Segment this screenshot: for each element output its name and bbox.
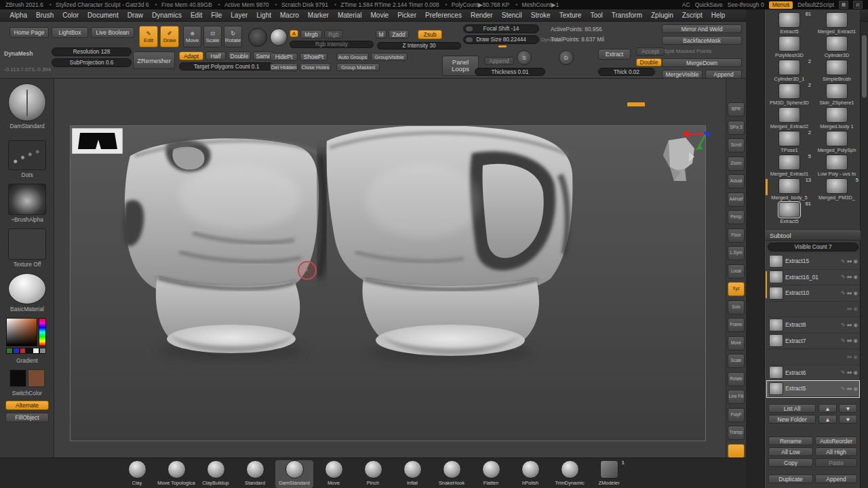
copy-button[interactable]: Copy	[768, 458, 813, 467]
xyz-button[interactable]: Xyz	[728, 282, 745, 296]
subtool-thumbnail[interactable]	[769, 382, 783, 395]
menu-layer[interactable]: Layer	[226, 12, 252, 19]
subtool-thumbnail[interactable]	[769, 334, 783, 347]
tool-item-selected[interactable]: 61Extract5	[767, 202, 812, 224]
actual-button[interactable]: Actual	[728, 174, 745, 188]
gyro-icon[interactable]	[248, 28, 267, 47]
tray-brush-move-topological[interactable]: Move Topologica	[157, 460, 195, 488]
tray-brush-snakehook[interactable]: SnakeHook	[433, 460, 471, 488]
tool-item[interactable]: Merged_Extract1	[814, 12, 859, 35]
tool-item[interactable]: 5Merged_Extract1	[767, 155, 812, 177]
subtool-row[interactable]: Extract7✎●●◉	[767, 333, 859, 350]
visibility-eye-icon[interactable]: ◉	[853, 338, 857, 344]
all-high-button[interactable]: All High	[815, 447, 857, 456]
tool-item[interactable]: Merged_PolySph	[814, 131, 859, 153]
tool-thumbnail[interactable]	[826, 60, 848, 75]
polypaint-icon[interactable]: ✎	[841, 322, 844, 328]
swatch-red[interactable]	[20, 348, 26, 354]
tool-thumbnail[interactable]	[826, 131, 848, 146]
subtool-row[interactable]: Extract6✎●●◉	[767, 365, 859, 382]
move3d-button[interactable]: Move	[728, 336, 745, 350]
switch-color-swatches[interactable]	[9, 369, 45, 387]
subtool-row[interactable]: Extract16_01✎●●◉	[767, 270, 859, 286]
tool-thumbnail[interactable]	[778, 178, 800, 194]
tray-brush-move[interactable]: Move	[315, 460, 353, 488]
panel-loops-button[interactable]: Panel Loops	[442, 56, 479, 76]
subtool-row[interactable]: Extract10✎●●◉	[767, 285, 859, 302]
subtool-row[interactable]: ●●◉	[767, 349, 859, 365]
transp-button[interactable]: Transp	[728, 426, 745, 440]
tool-item[interactable]: PolyMesh3D	[767, 36, 812, 58]
zadd-button[interactable]: Zadd	[389, 30, 409, 39]
home-page-button[interactable]: Home Page	[9, 27, 49, 38]
brush-thumbnail[interactable]	[325, 460, 343, 479]
canvas-scroll-marker[interactable]	[627, 102, 645, 106]
uv-icon[interactable]: ●●	[846, 290, 851, 296]
tool-thumbnail[interactable]	[826, 12, 848, 28]
group-visible-button[interactable]: GroupVisible	[371, 53, 408, 61]
document-area[interactable]: · · · · · · ◀ ◀ ▲ ▼ ▶ ▶ · · · · · ·	[70, 125, 706, 441]
brush-thumbnail[interactable]	[521, 460, 540, 479]
tray-brush-trimdynamic[interactable]: TrimDynamic	[551, 460, 589, 488]
menu-dynamics[interactable]: Dynamics	[148, 12, 186, 19]
tool-item[interactable]: SimpleBrush	[814, 60, 859, 82]
slider-knob[interactable]	[466, 26, 473, 31]
fill-object-button[interactable]: FillObject	[5, 413, 49, 422]
visibility-eye-icon[interactable]: ◉	[853, 258, 857, 264]
menus-toggle[interactable]: Menus	[769, 1, 793, 9]
mrgb-button[interactable]: Mrgb	[300, 30, 322, 39]
close-holes-button[interactable]: Close Holes	[300, 63, 331, 71]
brush-thumbnail[interactable]	[246, 460, 264, 479]
duplicate-button[interactable]: Duplicate	[768, 474, 813, 483]
menu-color[interactable]: Color	[58, 12, 83, 19]
subtool-header[interactable]: Subtool	[766, 230, 861, 241]
tool-item[interactable]: Low Poly - uvs fo	[814, 155, 859, 177]
material-sphere-icon[interactable]	[270, 28, 288, 46]
tray-brush-hpolish[interactable]: hPolish	[511, 460, 549, 488]
secondary-color-swatch[interactable]	[28, 369, 45, 387]
visibility-eye-icon[interactable]: ◉	[853, 274, 857, 280]
layout-grid-icon[interactable]: ▦	[839, 1, 848, 9]
uv-icon[interactable]: ●●	[846, 322, 851, 328]
stroke-thumbnail[interactable]	[8, 140, 46, 170]
hue-strip[interactable]	[39, 318, 46, 346]
target-polygons-slider[interactable]: Target Polygons Count 0.1	[179, 62, 274, 70]
tool-item[interactable]: Cylinder3D	[814, 36, 859, 58]
brush-thumbnail[interactable]	[561, 460, 579, 479]
subtool-thumbnail[interactable]	[769, 319, 783, 331]
rotate-button[interactable]: ↻ Rotate	[224, 26, 242, 47]
menu-draw[interactable]: Draw	[123, 12, 147, 19]
solo-button[interactable]: Solo	[728, 300, 745, 314]
sculpt-mesh[interactable]	[71, 126, 707, 442]
store-button[interactable]	[728, 444, 745, 458]
menu-edit[interactable]: Edit	[186, 12, 206, 19]
tool-thumbnail[interactable]	[778, 155, 800, 170]
dynamesh-label[interactable]: DynaMesh	[4, 50, 33, 57]
swatch-black[interactable]	[26, 348, 33, 354]
scroll-button[interactable]: Scroll	[728, 138, 745, 152]
aahalf-button[interactable]: AAHalf	[728, 192, 745, 207]
split-masked-points-button[interactable]: Split Masked Points	[664, 48, 711, 54]
subtool-thumbnail[interactable]	[769, 287, 783, 300]
merge-append-button[interactable]: Append	[705, 70, 742, 79]
rgb-button[interactable]: Rgb	[324, 30, 343, 39]
tray-brush-zmodeler[interactable]: 1ZModeler	[590, 460, 628, 488]
subtool-up-button[interactable]: ▲	[818, 404, 837, 413]
scale-button[interactable]: ⊡ Scale	[203, 26, 222, 47]
polypaint-icon[interactable]: ✎	[841, 258, 844, 264]
menu-stencil[interactable]: Stencil	[497, 12, 526, 19]
menu-picker[interactable]: Picker	[393, 12, 421, 19]
uv-icon[interactable]: ●●	[846, 369, 851, 375]
uv-icon[interactable]: ●●	[846, 258, 851, 264]
subtool-row-selected[interactable]: Extract5✎●●◉	[767, 381, 859, 397]
swatch-green[interactable]	[6, 348, 13, 354]
adapt-button[interactable]: Adapt	[179, 52, 203, 60]
menu-movie[interactable]: Movie	[366, 12, 393, 19]
visibility-eye-icon[interactable]: ◉	[853, 322, 857, 328]
rgb-intensity-slider[interactable]: Rgb Intensity	[290, 41, 374, 48]
menu-marker[interactable]: Marker	[303, 12, 333, 19]
color-picker[interactable]	[6, 318, 48, 354]
subtool-row[interactable]: Extract15✎●●◉	[767, 253, 859, 270]
see-through-slider[interactable]: See-through 0	[728, 1, 764, 8]
zoom-button[interactable]: Zoom	[728, 157, 745, 171]
